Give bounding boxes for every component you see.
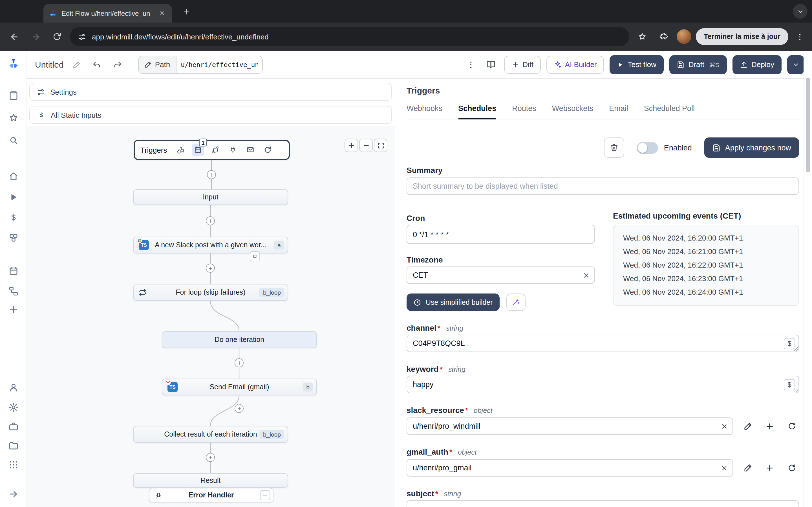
tab-websockets[interactable]: Websockets [552,104,594,119]
timezone-input[interactable] [407,267,595,284]
profile-avatar[interactable] [677,29,691,44]
rail-account-icon[interactable] [5,379,22,396]
clear-resource-icon[interactable] [721,422,728,430]
tab-close-icon[interactable] [157,9,166,18]
flow-node-triggers[interactable]: Triggers 1 [134,140,290,160]
resize-handle[interactable] [794,347,798,351]
tab-webhooks[interactable]: Webhooks [407,104,442,119]
scrollbar-thumb[interactable] [806,78,810,172]
insert-step-button[interactable] [206,264,215,273]
cron-input[interactable] [407,225,595,244]
delete-schedule-button[interactable] [604,137,624,158]
site-settings-icon[interactable] [78,33,86,41]
insert-step-button[interactable] [206,453,215,462]
deploy-button[interactable]: Deploy [732,55,781,74]
rail-home-icon[interactable] [5,168,22,185]
new-tab-button[interactable] [181,6,193,18]
zoom-out-button[interactable] [359,138,373,152]
path-prefix[interactable]: Path [139,56,176,73]
edit-resource-button[interactable] [741,460,755,475]
insert-step-button[interactable] [235,358,244,367]
undo-button[interactable] [90,57,104,72]
ai-builder-button[interactable]: AI Builder [546,55,604,73]
edit-title-button[interactable] [69,57,84,72]
webhook-trigger-icon[interactable] [174,144,187,156]
docs-book-button[interactable] [484,57,498,72]
poll-trigger-icon[interactable] [262,144,274,156]
tab-schedules[interactable]: Schedules [458,104,496,119]
email-trigger-icon[interactable] [244,144,257,156]
extensions-button[interactable] [655,28,672,45]
tab-email[interactable]: Email [609,104,628,119]
diff-button[interactable]: Diff [504,55,541,73]
rail-add-icon[interactable] [5,301,22,318]
rail-variables-icon[interactable] [5,209,22,226]
flow-node-send-email[interactable]: TS Send Email (gmail) b [162,379,317,395]
keyword-input[interactable] [407,376,799,393]
schedule-trigger-icon[interactable]: 1 [192,144,204,156]
gmail-auth-input[interactable] [407,459,733,476]
flow-node-error-handler[interactable]: Error Handler [149,488,273,503]
tab-search-chevron-button[interactable] [793,4,808,18]
insert-step-button[interactable] [207,170,216,179]
apply-changes-button[interactable]: Apply changes now [704,137,799,158]
insert-step-button[interactable] [206,216,215,225]
expand-subflow-button[interactable] [250,251,260,262]
channel-input[interactable] [407,335,799,352]
refresh-resource-button[interactable] [784,460,799,475]
subject-input[interactable] [407,500,799,507]
bookmark-star-button[interactable] [634,28,651,45]
ai-cron-button[interactable] [506,293,525,311]
insert-variable-button[interactable]: $ [784,338,795,349]
add-resource-button[interactable] [762,460,777,475]
edit-resource-button[interactable] [741,419,755,434]
zoom-in-button[interactable] [345,138,358,152]
static-inputs-bar[interactable]: All Static Inputs [29,106,392,124]
summary-input[interactable] [407,177,799,195]
rail-workspace-icon[interactable] [5,418,22,435]
address-bar[interactable]: app.windmill.dev/flows/edit/u/henri/effe… [70,27,629,46]
insert-step-button[interactable] [235,404,244,413]
flow-node-do-one-iteration[interactable]: Do one iteration [162,331,317,348]
flow-graph-canvas[interactable]: Triggers 1 Input TS A new Slack post wit… [27,126,395,507]
rail-runs-icon[interactable] [5,87,22,104]
clear-timezone-icon[interactable] [582,272,590,279]
rail-flows-icon[interactable] [5,283,22,300]
enabled-toggle[interactable] [637,142,658,154]
back-button[interactable] [6,28,22,45]
rail-favorites-icon[interactable] [5,109,22,126]
flow-node-collect-result[interactable]: Collect result of each iteration b_loop [133,426,288,443]
rail-settings-icon[interactable] [5,399,22,416]
tab-routes[interactable]: Routes [512,104,536,119]
rail-resources-icon[interactable] [5,229,22,246]
browser-tab[interactable]: Edit Flow u/henri/effective_un [43,4,172,22]
route-trigger-icon[interactable] [209,144,221,156]
flow-node-forloop[interactable]: For loop (skip failures) b_loop [133,284,288,301]
fit-view-button[interactable] [374,138,388,152]
flow-node-input[interactable]: Input [133,189,288,205]
browser-update-button[interactable]: Terminer la mise à jour [696,28,788,45]
tab-scheduled-poll[interactable]: Scheduled Poll [644,104,695,119]
websocket-trigger-icon[interactable] [227,144,239,156]
refresh-resource-button[interactable] [784,419,799,434]
flow-node-slack-step[interactable]: TS A new Slack post with a given wor... … [133,237,288,253]
page-scrollbar[interactable] [804,51,812,507]
rail-search-icon[interactable] [5,132,22,149]
test-flow-button[interactable]: Test flow [610,55,664,74]
path-input[interactable] [176,56,262,73]
insert-variable-button[interactable]: $ [784,379,795,390]
rail-folders-icon[interactable] [5,437,22,454]
more-options-button[interactable] [463,57,478,72]
rail-expand-icon[interactable] [5,486,22,503]
forward-button[interactable] [27,28,44,45]
flow-node-result[interactable]: Result [133,473,288,488]
resize-handle[interactable] [794,388,798,392]
use-simplified-builder-button[interactable]: Use simplified builder [407,293,500,311]
draft-button[interactable]: Draft⌘S [669,55,726,74]
redo-button[interactable] [110,57,124,72]
add-error-handler-button[interactable] [260,490,270,500]
windmill-logo[interactable] [5,55,22,72]
settings-bar[interactable]: Settings [29,83,392,101]
clear-resource-icon[interactable] [721,464,728,471]
rail-runs-play-icon[interactable] [5,189,22,206]
